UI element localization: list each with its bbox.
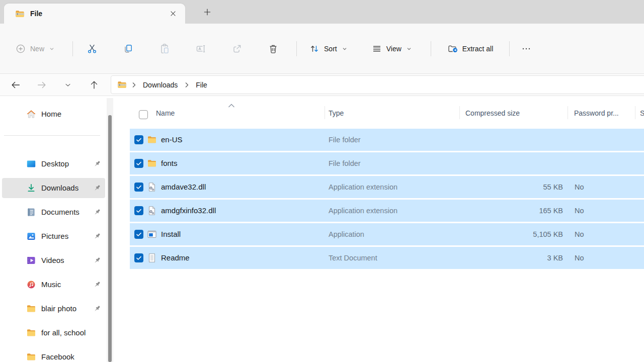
row-checkbox[interactable]	[134, 230, 143, 239]
forward-button[interactable]	[34, 77, 49, 93]
sidebar-item-for-all-school[interactable]: for all, school	[2, 323, 105, 343]
tab-file[interactable]: File	[4, 4, 185, 24]
pin-icon	[93, 232, 101, 240]
file-row-fonts[interactable]: fonts File folder	[130, 152, 644, 174]
breadcrumb-item-file[interactable]: File	[194, 79, 209, 91]
column-separator[interactable]	[568, 106, 568, 119]
new-button-label: New	[30, 45, 44, 53]
file-compressed-size: 55 KB	[462, 176, 563, 198]
file-row-amdave32-dll[interactable]: amdave32.dll Application extension 55 KB…	[130, 176, 644, 198]
column-header-size[interactable]: S	[640, 109, 644, 117]
plus-circle-icon	[15, 43, 26, 54]
sidebar-scrollbar[interactable]	[107, 98, 113, 362]
breadcrumb-chevron-icon	[130, 81, 138, 89]
breadcrumb[interactable]: Downloads File	[111, 75, 644, 94]
home-icon	[26, 109, 36, 119]
row-checkbox[interactable]	[134, 183, 143, 192]
toolbar-separator	[296, 41, 297, 56]
paste-button[interactable]	[152, 38, 177, 60]
cut-button[interactable]	[80, 38, 104, 60]
file-type: File folder	[329, 152, 361, 174]
sidebar-item-pictures[interactable]: Pictures	[2, 226, 105, 246]
folder-icon	[147, 158, 157, 168]
text-icon	[147, 253, 157, 263]
up-button[interactable]	[87, 77, 102, 93]
breadcrumb-chevron-icon	[183, 81, 191, 89]
select-all-checkbox[interactable]	[139, 110, 148, 119]
desktop-icon	[26, 159, 36, 169]
folder-icon	[147, 135, 157, 145]
file-name: amdave32.dll	[161, 176, 206, 198]
sidebar-item-music[interactable]: Music	[2, 275, 105, 295]
main-area: Home Desktop Downloads Documents Picture…	[0, 96, 644, 362]
dll-icon	[147, 206, 157, 216]
sidebar-item-blair-photo[interactable]: blair photo	[2, 299, 105, 319]
row-checkbox[interactable]	[134, 135, 143, 144]
back-button[interactable]	[8, 77, 23, 93]
dll-icon	[147, 182, 157, 192]
toolbar-separator	[72, 41, 73, 56]
sidebar-divider	[4, 135, 100, 136]
extract-all-button[interactable]: Extract all	[442, 38, 498, 60]
column-header-compressed-size[interactable]: Compressed size	[465, 109, 520, 117]
rename-icon	[195, 43, 206, 54]
pin-icon	[93, 184, 101, 192]
row-checkbox[interactable]	[134, 159, 143, 168]
rename-button[interactable]	[189, 38, 213, 60]
row-checkbox[interactable]	[134, 206, 143, 215]
sidebar-item-facebook[interactable]: Facebook	[2, 347, 105, 362]
tab-bar: File	[0, 0, 644, 24]
navigation-pane: Home Desktop Downloads Documents Picture…	[0, 96, 107, 362]
folder-icon	[26, 304, 36, 314]
sort-button-label: Sort	[324, 45, 337, 53]
sort-button[interactable]: Sort	[304, 38, 353, 60]
copy-button[interactable]	[116, 38, 140, 60]
sidebar-item-home[interactable]: Home	[2, 104, 105, 124]
column-separator[interactable]	[325, 106, 325, 119]
share-button[interactable]	[225, 38, 249, 60]
breadcrumb-item-downloads[interactable]: Downloads	[141, 79, 180, 91]
chevron-down-icon	[64, 81, 72, 89]
row-checkbox[interactable]	[134, 253, 143, 262]
arrow-right-icon	[36, 79, 47, 90]
address-bar: Downloads File	[0, 73, 644, 96]
file-name: amdgfxinfo32.dll	[161, 200, 216, 222]
see-more-button[interactable]	[515, 38, 538, 60]
arrow-left-icon	[10, 79, 21, 90]
column-header-name[interactable]: Name	[156, 109, 175, 117]
file-compressed-size: 3 KB	[462, 247, 563, 269]
column-header-type[interactable]: Type	[329, 109, 344, 117]
file-list: Name Type Compressed size Password pr...…	[115, 96, 644, 362]
sidebar-item-videos[interactable]: Videos	[2, 250, 105, 270]
file-type: Application extension	[329, 200, 397, 222]
recent-locations-button[interactable]	[60, 77, 75, 93]
column-header-password-protected[interactable]: Password pr...	[574, 109, 619, 117]
column-separator[interactable]	[635, 106, 635, 119]
sidebar-item-desktop[interactable]: Desktop	[2, 154, 105, 174]
trash-icon	[268, 43, 279, 54]
new-button[interactable]: New	[10, 38, 60, 60]
share-icon	[231, 43, 243, 54]
file-type: Text Document	[329, 247, 377, 269]
sidebar-scrollbar-thumb[interactable]	[108, 115, 112, 362]
file-row-install[interactable]: Install Application 5,105 KB No	[130, 223, 644, 245]
column-separator[interactable]	[459, 106, 460, 119]
file-row-amdgfxinfo32-dll[interactable]: amdgfxinfo32.dll Application extension 1…	[130, 200, 644, 222]
sidebar-item-documents[interactable]: Documents	[2, 202, 105, 222]
arrow-up-icon	[89, 79, 100, 90]
tab-close-button[interactable]	[167, 8, 179, 20]
view-button[interactable]: View	[366, 38, 418, 60]
delete-button[interactable]	[261, 38, 285, 60]
file-row-en-us[interactable]: en-US File folder	[130, 129, 644, 151]
extract-all-label: Extract all	[462, 45, 493, 53]
tab-title: File	[30, 10, 42, 18]
zip-folder-icon	[117, 80, 127, 89]
file-rows: en-US File folder fonts File folder amda…	[130, 129, 644, 270]
zip-folder-icon	[15, 9, 25, 19]
file-type: Application extension	[329, 176, 397, 198]
documents-icon	[26, 207, 36, 217]
new-tab-button[interactable]	[200, 6, 214, 19]
file-row-readme[interactable]: Readme Text Document 3 KB No	[130, 247, 644, 269]
file-compressed-size: 5,105 KB	[462, 223, 563, 245]
sidebar-item-downloads[interactable]: Downloads	[2, 178, 105, 198]
